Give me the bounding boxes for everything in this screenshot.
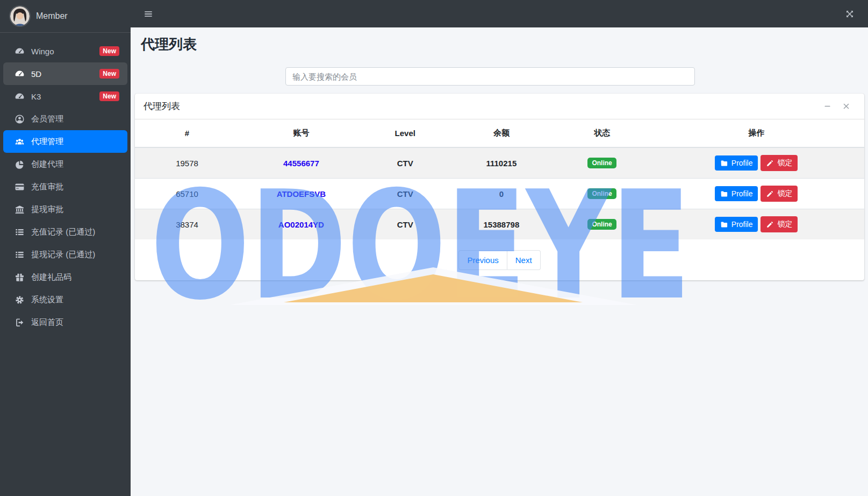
member-id: 19578 [135,147,239,179]
pencil-icon [766,190,774,198]
agent-table: # 账号 Level 余额 状态 操作 19578 44556677 CTV 1… [135,119,864,239]
card-title: 代理列表 [144,100,180,112]
new-badge: New [99,46,119,56]
col-header-actions: 操作 [648,119,864,147]
hamburger-icon [144,9,153,19]
sidebar-item-wingo[interactable]: Wingo New [3,40,127,62]
account-link[interactable]: AO02014YD [278,220,324,229]
list-icon [15,250,25,260]
lock-button[interactable]: 锁定 [761,155,798,171]
card-tools [823,102,850,110]
user-name: Member [36,11,68,21]
pencil-icon [766,159,774,167]
pie-chart-icon [15,159,25,169]
sidebar-item-recharge-records[interactable]: 充值记录 (已通过) [3,221,127,243]
pagination: Previous Next [135,239,864,280]
sidebar-item-create-agent[interactable]: 创建代理 [3,153,127,175]
users-icon [15,137,25,147]
minimize-button[interactable] [823,102,831,110]
account-link[interactable]: 44556677 [283,159,319,168]
level-value: CTV [363,209,447,240]
folder-icon [720,190,728,198]
status-badge: Online [587,158,616,168]
sidebar-item-member-mgmt[interactable]: 会员管理 [3,108,127,130]
profile-button[interactable]: Profile [715,186,758,201]
status-badge: Online [587,219,616,230]
tachometer-icon [15,91,25,102]
lock-button[interactable]: 锁定 [761,186,798,202]
sidebar-item-back-home[interactable]: 返回首页 [3,311,127,334]
table-row: 38374 AO02014YD CTV 15388798 Online Prof… [135,209,864,240]
search-input[interactable] [285,67,695,86]
user-circle-icon [15,114,25,124]
balance-value: 15388798 [447,209,556,240]
tachometer-icon [15,46,25,56]
gift-icon [15,272,25,282]
expand-icon [845,9,855,19]
pagination-previous[interactable]: Previous [458,250,507,270]
minimize-icon [823,102,831,110]
close-icon [842,102,850,110]
sidebar-item-system-settings[interactable]: 系统设置 [3,288,127,311]
table-row: 19578 44556677 CTV 1110215 Online Profil… [135,147,864,179]
avatar[interactable] [10,6,30,26]
tachometer-icon [15,69,25,79]
sidebar-item-recharge-approval[interactable]: 充值审批 [3,175,127,198]
sidebar-item-withdraw-records[interactable]: 提现记录 (已通过) [3,243,127,266]
main-area: 代理列表 代理列表 [131,0,868,496]
list-icon [15,227,25,237]
new-badge: New [99,91,119,101]
sidebar-toggle-button[interactable] [144,9,153,19]
level-value: CTV [363,147,447,179]
card-header: 代理列表 [135,94,864,119]
sidebar-item-5d[interactable]: 5D New [3,62,127,85]
top-navbar [131,0,868,27]
table-header-row: # 账号 Level 余额 状态 操作 [135,119,864,147]
balance-value: 0 [447,179,556,209]
pencil-icon [766,221,774,229]
bank-icon [15,204,25,215]
user-panel[interactable]: Member [0,0,131,33]
col-header-level: Level [363,119,447,147]
col-header-account: 账号 [239,119,363,147]
status-badge: Online [587,188,616,199]
folder-icon [720,221,728,229]
new-badge: New [99,69,119,79]
sidebar-item-withdraw-approval[interactable]: 提现审批 [3,198,127,221]
level-value: CTV [363,179,447,209]
agent-list-card: 代理列表 # 账号 [135,94,864,280]
sidebar: Member Wingo New 5D New K3 New 会员管理 代理管理… [0,0,131,496]
profile-button[interactable]: Profile [715,217,758,232]
close-button[interactable] [842,102,850,110]
search-row [135,67,864,86]
fullscreen-button[interactable] [845,9,855,19]
credit-card-icon [15,182,25,192]
lock-button[interactable]: 锁定 [761,216,798,232]
sidebar-nav: Wingo New 5D New K3 New 会员管理 代理管理 创建代理 充… [0,33,131,334]
account-link[interactable]: ATDOEFSVB [277,189,326,199]
member-id: 38374 [135,209,239,240]
member-id: 65710 [135,179,239,209]
col-header-id: # [135,119,239,147]
pagination-next[interactable]: Next [507,250,541,270]
content: 代理列表 代理列表 [131,35,868,280]
sidebar-item-agent-mgmt[interactable]: 代理管理 [3,130,127,153]
col-header-status: 状态 [556,119,648,147]
sign-out-icon [15,317,25,328]
balance-value: 1110215 [447,147,556,179]
profile-button[interactable]: Profile [715,155,758,171]
avatar-image [10,6,30,26]
sidebar-item-k3[interactable]: K3 New [3,85,127,108]
sidebar-item-create-giftcode[interactable]: 创建礼品码 [3,266,127,288]
table-row: 65710 ATDOEFSVB CTV 0 Online Profile 锁定 [135,179,864,209]
folder-icon [720,159,728,167]
gear-icon [15,295,25,305]
col-header-balance: 余额 [447,119,556,147]
page-title: 代理列表 [141,35,864,53]
